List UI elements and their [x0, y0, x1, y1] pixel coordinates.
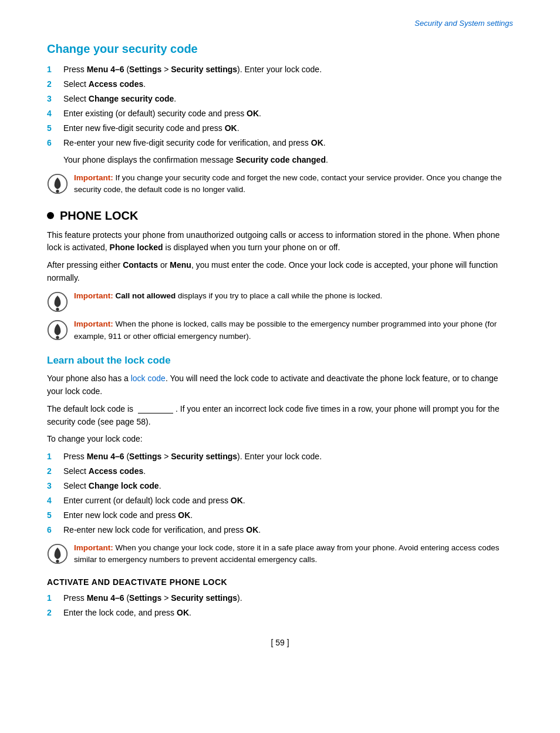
step-item: 2 Enter the lock code, and press OK. — [47, 607, 513, 619]
default-code-blank — [138, 405, 173, 413]
note-text: Important: Call not allowed displays if … — [74, 290, 382, 302]
note-box-lock: Important: When you change your lock cod… — [47, 542, 513, 566]
note-icon — [47, 173, 68, 194]
step-item: 2 Select Access codes. — [47, 465, 513, 478]
header-title: Security and System settings — [414, 19, 513, 28]
activate-deactivate-section: ACTIVATE AND DEACTIVATE PHONE LOCK 1 Pre… — [47, 576, 513, 619]
change-security-steps: 1 Press Menu 4–6 (Settings > Security se… — [47, 63, 513, 149]
step-item: 6 Re-enter new lock code for verificatio… — [47, 524, 513, 536]
step-item: 3 Select Change security code. — [47, 93, 513, 105]
lock-code-para1: Your phone also has a lock code. You wil… — [47, 372, 513, 398]
svg-point-5 — [56, 336, 59, 339]
step-item: 4 Enter existing (or default) security c… — [47, 107, 513, 120]
note-icon — [47, 320, 68, 341]
step-item: 3 Select Change lock code. — [47, 480, 513, 492]
lock-code-steps: 1 Press Menu 4–6 (Settings > Security se… — [47, 450, 513, 536]
svg-point-3 — [56, 308, 59, 311]
page-header: Security and System settings — [47, 18, 513, 29]
note-text: Important: When you change your lock cod… — [74, 542, 513, 566]
step-item: 5 Enter new five-digit security code and… — [47, 122, 513, 135]
note-box: Important: If you change your security c… — [47, 172, 513, 196]
lock-code-link[interactable]: lock code — [131, 374, 166, 383]
note-text: Important: When the phone is locked, cal… — [74, 318, 513, 342]
svg-point-1 — [56, 190, 59, 193]
phone-lock-section: PHONE LOCK This feature protects your ph… — [47, 207, 513, 342]
phone-lock-title: PHONE LOCK — [47, 207, 513, 224]
step-item: 1 Press Menu 4–6 (Settings > Security se… — [47, 450, 513, 463]
step-item: 6 Re-enter your new five-digit security … — [47, 137, 513, 149]
svg-point-7 — [56, 560, 59, 563]
learn-lock-code-section: Learn about the lock code Your phone als… — [47, 353, 513, 566]
change-security-title: Change your security code — [47, 40, 513, 58]
note-icon — [47, 543, 68, 564]
step-item: 4 Enter current (or default) lock code a… — [47, 495, 513, 507]
page-number: [ 59 ] — [271, 638, 289, 647]
change-security-section: Change your security code 1 Press Menu 4… — [47, 40, 513, 196]
note-text: Important: If you change your security c… — [74, 172, 513, 196]
lock-code-para3: To change your lock code: — [47, 433, 513, 446]
phone-lock-para1: This feature protects your phone from un… — [47, 229, 513, 254]
confirm-para: Your phone displays the confirmation mes… — [47, 154, 513, 167]
activate-deactivate-title: ACTIVATE AND DEACTIVATE PHONE LOCK — [47, 576, 513, 589]
step-item: 1 Press Menu 4–6 (Settings > Security se… — [47, 63, 513, 76]
lock-code-para2: The default lock code is . If you enter … — [47, 403, 513, 428]
activate-steps: 1 Press Menu 4–6 (Settings > Security se… — [47, 592, 513, 619]
note-box-1: Important: Call not allowed displays if … — [47, 290, 513, 312]
step-item: 1 Press Menu 4–6 (Settings > Security se… — [47, 592, 513, 604]
learn-lock-code-title: Learn about the lock code — [47, 353, 513, 368]
phone-lock-para2: After pressing either Contacts or Menu, … — [47, 259, 513, 284]
bullet-dot — [47, 212, 54, 219]
note-icon — [47, 291, 68, 312]
note-box-2: Important: When the phone is locked, cal… — [47, 318, 513, 342]
page-footer: [ 59 ] — [47, 637, 513, 649]
step-item: 2 Select Access codes. — [47, 78, 513, 90]
step-item: 5 Enter new lock code and press OK. — [47, 509, 513, 522]
